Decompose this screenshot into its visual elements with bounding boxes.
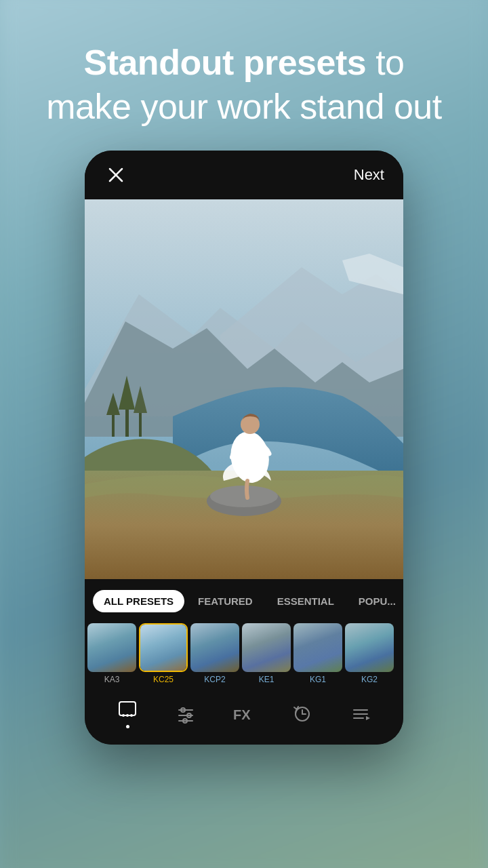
svg-point-22 (130, 714, 133, 717)
headline-block: Standout presets to make your work stand… (19, 41, 468, 129)
bottom-toolbar: FX (85, 690, 403, 745)
tool-adjust[interactable] (175, 703, 197, 725)
preset-label-kcp2: KCP2 (204, 675, 225, 684)
svg-text:FX: FX (233, 707, 251, 722)
preset-item-ke1[interactable]: KE1 (242, 623, 291, 684)
preset-label-kc25: KC25 (153, 675, 174, 684)
svg-marker-34 (366, 716, 370, 720)
svg-point-21 (126, 714, 129, 717)
tab-essential[interactable]: ESSENTIAL (266, 590, 345, 612)
preset-label-kg2: KG2 (361, 675, 378, 684)
main-content: Standout presets to make your work stand… (0, 0, 488, 868)
top-bar: Next (85, 151, 403, 199)
preset-thumb-kg1 (293, 623, 342, 672)
menu-icon (350, 703, 371, 725)
close-button[interactable] (104, 163, 128, 187)
preset-thumbnails-row: KA3 KC25 KCP2 KE1 (85, 623, 403, 690)
svg-rect-15 (139, 410, 142, 437)
svg-rect-19 (119, 702, 136, 715)
preset-label-ke1: KE1 (259, 675, 274, 684)
presets-icon (117, 699, 138, 721)
preset-item-kcp2[interactable]: KCP2 (190, 623, 239, 684)
tab-popular[interactable]: POPU... (348, 590, 403, 612)
preset-item-kg1[interactable]: KG1 (293, 623, 342, 684)
svg-rect-11 (243, 433, 257, 459)
adjust-icon (175, 703, 197, 725)
tab-all-presets[interactable]: ALL PRESETS (93, 590, 184, 612)
preset-thumb-ke1 (242, 623, 291, 672)
preset-item-ka3[interactable]: KA3 (87, 623, 136, 684)
tool-history[interactable] (291, 703, 313, 725)
tool-presets[interactable] (117, 699, 138, 728)
active-indicator (126, 725, 129, 728)
history-icon (291, 703, 313, 725)
fx-icon: FX (233, 703, 255, 725)
preset-thumb-kg2 (345, 623, 394, 672)
tool-menu[interactable] (350, 703, 371, 725)
svg-rect-17 (112, 413, 115, 437)
photo-area (85, 199, 403, 579)
preset-label-kg1: KG1 (310, 675, 326, 684)
preset-thumb-ka3 (87, 623, 136, 672)
headline-text: Standout presets to make your work stand… (46, 41, 441, 129)
preset-thumb-kcp2 (190, 623, 239, 672)
presets-tabs: ALL PRESETS FEATURED ESSENTIAL POPU... (85, 579, 403, 623)
svg-point-20 (122, 714, 125, 717)
preset-thumb-kc25 (139, 623, 188, 672)
next-button[interactable]: Next (354, 166, 384, 184)
phone-mockup: Next (85, 151, 403, 745)
preset-item-kc25[interactable]: KC25 (139, 623, 188, 684)
preset-item-kg2[interactable]: KG2 (345, 623, 394, 684)
preset-label-ka3: KA3 (104, 675, 120, 684)
tool-fx[interactable]: FX (233, 703, 255, 725)
tab-featured[interactable]: FEATURED (187, 590, 264, 612)
svg-point-9 (210, 486, 278, 507)
